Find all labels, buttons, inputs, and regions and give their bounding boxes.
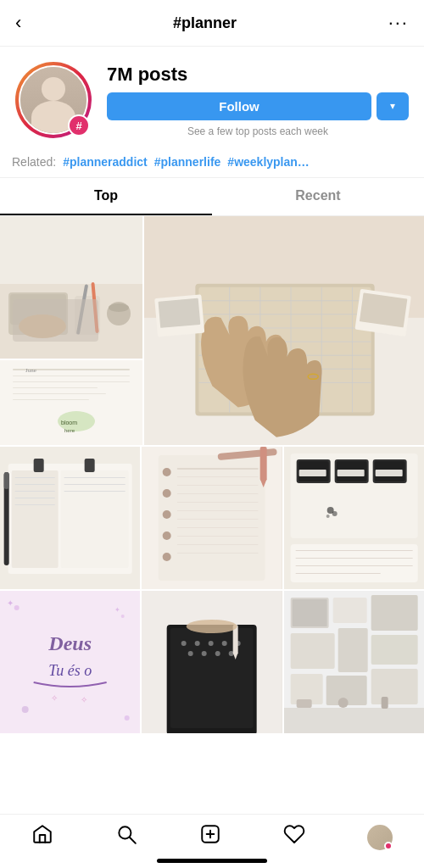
- svg-rect-51: [64, 477, 126, 478]
- svg-rect-93: [295, 565, 412, 566]
- svg-rect-59: [159, 455, 265, 581]
- app-header: ‹ #planner ···: [0, 0, 424, 47]
- svg-rect-73: [177, 536, 259, 537]
- svg-rect-3: [10, 294, 66, 325]
- follow-dropdown-button[interactable]: ▾: [377, 92, 409, 120]
- svg-point-99: [14, 605, 20, 610]
- nav-add[interactable]: [199, 823, 221, 851]
- related-tag-2[interactable]: #weeklyplan…: [227, 155, 310, 169]
- hashtag-badge: #: [68, 114, 90, 136]
- bottom-navigation: [0, 814, 424, 868]
- svg-point-62: [163, 510, 171, 519]
- photo-8[interactable]: [142, 591, 282, 733]
- content-tabs: Top Recent: [0, 178, 424, 216]
- home-icon: [31, 823, 53, 851]
- nav-heart[interactable]: [283, 823, 305, 851]
- svg-rect-57: [4, 472, 9, 489]
- nav-search[interactable]: [115, 823, 137, 851]
- svg-rect-89: [375, 470, 402, 476]
- svg-rect-69: [177, 502, 259, 503]
- svg-rect-137: [371, 669, 417, 704]
- svg-rect-72: [177, 527, 259, 528]
- grid-row-2: [0, 447, 424, 589]
- svg-rect-129: [292, 599, 326, 626]
- related-tags-list: #planneraddict #plannerlife #weeklyplan…: [63, 155, 310, 169]
- svg-text:bloom: bloom: [61, 420, 77, 426]
- related-tag-1[interactable]: #plannerlife: [154, 155, 221, 169]
- photo-1-image: [0, 216, 142, 359]
- svg-point-6: [109, 303, 129, 312]
- svg-rect-54: [34, 459, 44, 472]
- back-button[interactable]: ‹: [15, 12, 21, 34]
- related-tags-section: Related: #planneraddict #plannerlife #we…: [0, 147, 424, 178]
- photo-1[interactable]: [0, 216, 142, 359]
- svg-text:June: June: [25, 367, 36, 374]
- profile-section: # 7M posts Follow ▾ See a few top posts …: [0, 47, 424, 147]
- svg-rect-88: [337, 470, 364, 476]
- svg-rect-90: [290, 544, 417, 582]
- more-options-button[interactable]: ···: [388, 12, 409, 34]
- nav-profile[interactable]: [367, 825, 393, 850]
- svg-point-124: [187, 620, 237, 633]
- svg-rect-94: [295, 573, 380, 574]
- svg-rect-138: [296, 699, 311, 708]
- nav-home[interactable]: [31, 823, 53, 851]
- svg-rect-44: [12, 470, 59, 568]
- svg-point-63: [163, 531, 171, 540]
- photo-4[interactable]: [0, 447, 140, 589]
- photo-8-image: [142, 591, 282, 733]
- svg-rect-75: [177, 553, 259, 554]
- svg-rect-50: [15, 504, 55, 505]
- svg-rect-48: [15, 491, 55, 492]
- photo-2[interactable]: June bloom here: [0, 360, 142, 445]
- photo-6[interactable]: [284, 447, 424, 589]
- tab-top[interactable]: Top: [0, 178, 212, 215]
- svg-point-60: [163, 468, 171, 476]
- page-title: #planner: [173, 14, 237, 32]
- tab-recent[interactable]: Recent: [212, 178, 424, 215]
- photo-4-image: [0, 447, 140, 589]
- photo-9[interactable]: [284, 591, 424, 733]
- add-icon: [199, 823, 221, 851]
- svg-point-97: [332, 511, 337, 516]
- svg-rect-71: [177, 519, 259, 520]
- related-tag-0[interactable]: #planneraddict: [63, 155, 148, 169]
- svg-rect-55: [85, 459, 95, 472]
- svg-rect-14: [13, 387, 98, 388]
- svg-text:✧: ✧: [81, 695, 87, 704]
- svg-point-120: [215, 651, 220, 656]
- photo-3[interactable]: [144, 216, 424, 445]
- svg-rect-41: [159, 298, 201, 328]
- svg-rect-39: [360, 292, 408, 327]
- svg-rect-74: [177, 544, 259, 545]
- svg-text:here: here: [64, 428, 75, 433]
- svg-text:✦: ✦: [7, 598, 14, 608]
- photo-5[interactable]: [142, 447, 282, 589]
- avatar-wrapper: #: [15, 62, 92, 138]
- svg-point-7: [19, 314, 66, 338]
- svg-text:✧: ✧: [51, 693, 58, 703]
- svg-point-102: [125, 715, 130, 721]
- photo-6-image: [284, 447, 424, 589]
- svg-rect-15: [13, 393, 106, 394]
- svg-point-100: [121, 615, 125, 618]
- svg-rect-131: [371, 595, 417, 631]
- grid-row-3: ✦ ✦ Deus Tu és o ✧ ✧: [0, 591, 424, 733]
- svg-rect-92: [295, 558, 412, 559]
- svg-rect-53: [64, 491, 126, 492]
- search-icon: [115, 823, 137, 851]
- svg-point-101: [22, 706, 29, 713]
- photo-7[interactable]: ✦ ✦ Deus Tu és o ✧ ✧: [0, 591, 140, 733]
- svg-rect-68: [177, 493, 259, 494]
- svg-point-119: [202, 651, 207, 656]
- home-indicator: [157, 859, 267, 863]
- svg-rect-77: [260, 447, 267, 481]
- svg-rect-66: [177, 476, 259, 477]
- svg-rect-46: [15, 477, 55, 478]
- svg-rect-65: [177, 468, 259, 470]
- svg-rect-2: [8, 292, 68, 335]
- svg-text:Tu és o: Tu és o: [48, 662, 92, 679]
- follow-button[interactable]: Follow: [107, 92, 371, 120]
- svg-line-142: [130, 837, 136, 843]
- svg-rect-16: [13, 399, 89, 400]
